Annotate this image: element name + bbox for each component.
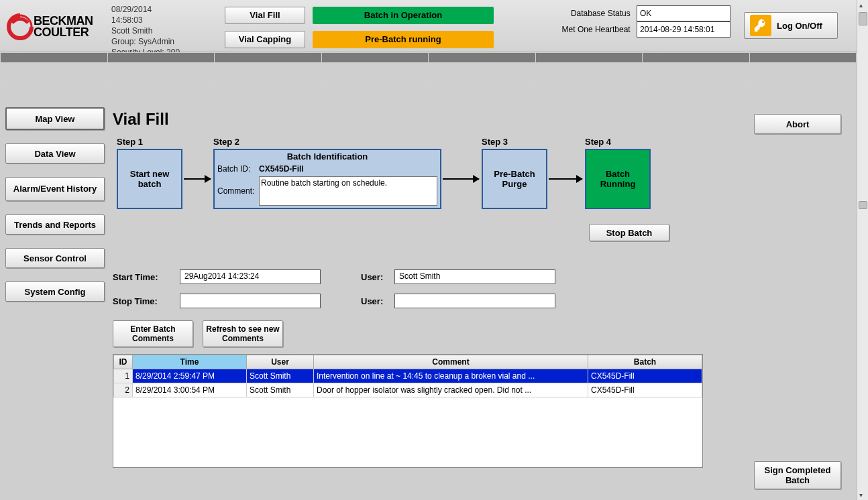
step-3-box[interactable]: Pre-Batch Purge (482, 149, 547, 209)
cell-comment: Intervention on line at ~ 14:45 to clean… (314, 369, 588, 383)
step-2-box: Batch Identification Batch ID: CX545D-Fi… (213, 149, 441, 209)
cell-comment: Door of hopper isolator was slightly cra… (314, 383, 588, 397)
database-status-block: Database Status OK Met One Heartbeat 201… (562, 5, 730, 38)
step-1-label: Step 1 (117, 137, 143, 147)
status-prebatch-running: Pre-Batch running (313, 31, 494, 48)
session-group: Group: SysAdmin (111, 36, 180, 47)
table-row[interactable]: 2 8/29/2014 3:00:54 PM Scott Smith Door … (114, 383, 702, 397)
cell-batch: CX545D-Fill (588, 369, 702, 383)
sidebar-item-sensor-control[interactable]: Sensor Control (5, 248, 105, 268)
stop-time-label: Stop Time: (113, 296, 180, 306)
sign-completed-batch-button[interactable]: Sign Completed Batch (754, 461, 841, 489)
cell-time: 8/29/2014 3:00:54 PM (133, 383, 247, 397)
cell-id: 2 (114, 383, 133, 397)
cell-id: 1 (114, 369, 133, 383)
session-time: 14:58:03 (111, 15, 180, 25)
cell-time: 8/29/2014 2:59:47 PM (133, 369, 247, 383)
comments-table[interactable]: ID Time User Comment Batch 1 8/29/2014 2… (113, 354, 703, 468)
arrow-1-2 (184, 178, 211, 180)
col-user[interactable]: User (247, 355, 314, 369)
sidebar: Map View Data View Alarm/Event History T… (5, 107, 107, 315)
comment-input[interactable] (259, 176, 437, 206)
database-status-label: Database Status (571, 9, 631, 18)
vial-capping-button[interactable]: Vial Capping (225, 31, 305, 48)
cell-user: Scott Smith (247, 383, 314, 397)
col-batch[interactable]: Batch (588, 355, 702, 369)
heartbeat-label: Met One Heartbeat (562, 25, 631, 34)
key-icon (750, 15, 771, 36)
batch-id-value: CX545D-Fill (259, 164, 304, 174)
col-id[interactable]: ID (114, 355, 133, 369)
stop-user-label: User: (361, 296, 394, 306)
scroll-thumb-mid[interactable] (859, 201, 867, 209)
log-on-off-label: Log On/Off (777, 21, 822, 31)
stop-time-value (180, 294, 321, 308)
sidebar-item-map-view[interactable]: Map View (5, 107, 105, 130)
start-time-value: 29Aug2014 14:23:24 (180, 269, 321, 284)
scroll-thumb-top[interactable] (859, 12, 867, 25)
abort-button[interactable]: Abort (754, 114, 841, 134)
cell-batch: CX545D-Fill (588, 383, 702, 397)
sidebar-item-alarm-event-history[interactable]: Alarm/Event History (5, 177, 105, 201)
header: BECKMAN COULTER 08/29/2014 14:58:03 Scot… (0, 0, 857, 52)
logo-text-bottom: COULTER (34, 27, 93, 38)
app-root: BECKMAN COULTER 08/29/2014 14:58:03 Scot… (0, 0, 868, 500)
cell-user: Scott Smith (247, 369, 314, 383)
comment-label: Comment: (217, 186, 259, 196)
database-status-value: OK (637, 5, 730, 21)
heartbeat-value: 2014-08-29 14:58:01 (637, 21, 730, 38)
arrow-3-4 (549, 178, 582, 180)
col-comment[interactable]: Comment (314, 355, 588, 369)
step-4-label: Step 4 (585, 137, 611, 147)
session-date: 08/29/2014 (111, 4, 180, 15)
arrow-2-3 (443, 178, 479, 180)
start-time-label: Start Time: (113, 272, 180, 282)
start-user-value: Scott Smith (394, 269, 555, 284)
grid-strip (0, 52, 857, 99)
grid-strip-table (0, 52, 857, 99)
sidebar-item-data-view[interactable]: Data View (5, 143, 105, 164)
comment-buttons: Enter Batch Comments Refresh to see new … (113, 320, 848, 347)
logo: BECKMAN COULTER (7, 4, 107, 50)
logo-icon (7, 13, 34, 40)
vial-fill-button[interactable]: Vial Fill (225, 7, 305, 24)
session-user: Scott Smith (111, 25, 180, 36)
page-title: Vial Fill (113, 110, 848, 129)
col-time[interactable]: Time (133, 355, 247, 369)
workflow: Step 1 Step 2 Step 3 Step 4 Start new ba… (113, 137, 848, 251)
step-3-label: Step 3 (482, 137, 508, 147)
batch-identification-title: Batch Identification (215, 150, 440, 163)
refresh-comments-button[interactable]: Refresh to see new Comments (203, 320, 283, 347)
step-1-box[interactable]: Start new batch (117, 149, 182, 209)
sidebar-item-system-config[interactable]: System Config (5, 282, 105, 302)
step-2-label: Step 2 (213, 137, 239, 147)
status-batch-operation: Batch in Operation (313, 7, 494, 24)
stop-batch-button[interactable]: Stop Batch (589, 224, 669, 241)
start-user-label: User: (361, 272, 394, 282)
step-4-box[interactable]: Batch Running (585, 149, 651, 209)
sidebar-item-trends-reports[interactable]: Trends and Reports (5, 214, 105, 235)
batch-id-label: Batch ID: (217, 164, 259, 174)
table-row[interactable]: 1 8/29/2014 2:59:47 PM Scott Smith Inter… (114, 369, 702, 383)
session-info: 08/29/2014 14:58:03 Scott Smith Group: S… (111, 4, 180, 58)
vertical-scrollbar[interactable] (857, 0, 868, 500)
main-panel: Vial Fill Abort Step 1 Step 2 Step 3 Ste… (113, 106, 848, 495)
time-block: Start Time: 29Aug2014 14:23:24 User: Sco… (113, 269, 848, 308)
stop-user-value (394, 294, 555, 308)
enter-batch-comments-button[interactable]: Enter Batch Comments (113, 320, 193, 347)
log-on-off-button[interactable]: Log On/Off (744, 12, 838, 39)
